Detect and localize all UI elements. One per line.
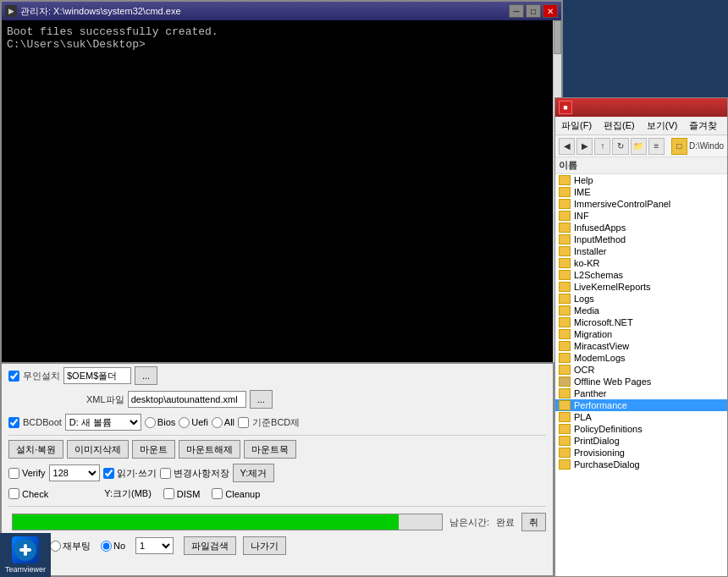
list-item[interactable]: INF (555, 210, 727, 222)
changesave-checkbox[interactable] (160, 468, 171, 479)
list-item[interactable]: ModemLogs (555, 352, 727, 364)
mount-btn[interactable]: 마운트 (132, 440, 175, 459)
list-item[interactable]: Media (555, 305, 727, 316)
list-item[interactable]: MiracastView (555, 340, 727, 352)
list-item[interactable]: ImmersiveControlPanel (555, 198, 727, 210)
dism-label: DISM (177, 489, 201, 499)
menu-edit[interactable]: 편집(E) (601, 118, 637, 133)
close-button[interactable]: ✕ (543, 4, 558, 18)
list-item[interactable]: PrintDialog (555, 435, 727, 447)
folder-icon (559, 270, 571, 280)
list-item[interactable]: Microsoft.NET (555, 316, 727, 328)
unmount-btn[interactable]: 마운트해제 (179, 440, 240, 459)
folder-icon (559, 317, 571, 327)
list-item-label: L2Schemas (574, 270, 623, 280)
check-checkbox[interactable] (8, 488, 19, 499)
bcd-drive-select[interactable]: D: 새 볼륨 (65, 414, 141, 431)
folder-icon (559, 376, 571, 387)
readonly-checkbox[interactable] (103, 468, 114, 479)
explorer-column-header: 이름 (555, 157, 727, 174)
teamviewer-logo[interactable] (12, 536, 39, 563)
list-item[interactable]: Performance (555, 399, 727, 411)
list-item[interactable]: Provisioning (555, 447, 727, 459)
up-button[interactable]: ↑ (594, 138, 610, 155)
list-item[interactable]: LiveKernelReports (555, 281, 727, 293)
list-item[interactable]: PolicyDefinitions (555, 423, 727, 435)
teamviewer-label: Teamviewer (5, 565, 46, 574)
mount-options-btn[interactable]: 마운트목 (244, 440, 296, 459)
delete-image-btn[interactable]: 이미지삭제 (67, 440, 129, 459)
back-button[interactable]: ◀ (559, 138, 575, 155)
xml-input[interactable] (128, 391, 246, 408)
menu-view[interactable]: 보기(V) (644, 118, 681, 133)
unattend-input[interactable] (63, 367, 131, 384)
cmd-prompt: C:\Users\suk\Desktop> (7, 38, 556, 51)
folder-icon (559, 400, 571, 410)
cmd-scrollbar-thumb[interactable] (554, 20, 561, 54)
cleanup-checkbox[interactable] (212, 488, 223, 499)
menu-extras[interactable]: 즐겨찾 (687, 118, 720, 133)
basebcd-checkbox[interactable] (238, 417, 249, 428)
progress-bar-container (12, 514, 443, 530)
file-search-btn[interactable]: 파일검색 (184, 536, 236, 555)
views-button[interactable]: ≡ (648, 138, 665, 155)
list-item[interactable]: OCR (555, 364, 727, 376)
exit-btn[interactable]: 나가기 (243, 536, 286, 555)
page-select[interactable]: 1 (135, 537, 174, 554)
list-item[interactable]: IME (555, 186, 727, 198)
bios-radio-input[interactable] (145, 417, 156, 428)
folder-icon (559, 329, 571, 339)
explorer-file-list: HelpIMEImmersiveControlPanelINFInfusedAp… (555, 174, 727, 574)
list-item[interactable]: PurchaseDialog (555, 459, 727, 470)
explorer-toolbar: ◀ ▶ ↑ ↻ 📁 ≡ □ D:\Windo (555, 135, 727, 157)
folder-button[interactable]: 📁 (631, 138, 647, 155)
uefi-radio-input[interactable] (179, 417, 190, 428)
list-item-label: Help (574, 175, 593, 185)
verify-checkbox-group: Verify (8, 468, 46, 479)
folder-icon (559, 223, 571, 233)
list-item[interactable]: Help (555, 174, 727, 186)
dism-progress-row: 남은시간: 완료 취 (2, 510, 553, 534)
list-item[interactable]: Installer (555, 245, 727, 257)
folder-icon (559, 388, 571, 398)
install-btn[interactable]: 설치·복원 (8, 440, 63, 459)
refresh-button[interactable]: ↻ (612, 138, 628, 155)
readonly-label: 읽기·쓰기 (117, 467, 157, 480)
cleanup-label: Cleanup (225, 489, 260, 499)
list-item-label: Media (574, 305, 599, 316)
all-radio-input[interactable] (212, 417, 223, 428)
uefi-radio: Uefi (179, 417, 208, 428)
maximize-button[interactable]: □ (526, 4, 541, 18)
folder-icon (559, 459, 571, 470)
unattend-checkbox[interactable] (8, 371, 19, 382)
no-radio-input[interactable] (101, 541, 112, 552)
list-item[interactable]: ko-KR (555, 257, 727, 269)
forward-button[interactable]: ▶ (576, 138, 593, 155)
list-item[interactable]: InfusedApps (555, 222, 727, 234)
list-item[interactable]: L2Schemas (555, 269, 727, 281)
list-item[interactable]: InputMethod (555, 234, 727, 245)
dism-checkbox[interactable] (163, 488, 174, 499)
bios-radio: Bios (145, 417, 175, 428)
reboot-radio-input[interactable] (50, 541, 61, 552)
stop-btn[interactable]: 취 (521, 513, 546, 531)
list-item[interactable]: Offline Web Pages (555, 376, 727, 387)
list-item[interactable]: Migration (555, 328, 727, 340)
y-remove-btn[interactable]: Y:제거 (233, 464, 275, 482)
folder-icon (559, 258, 571, 268)
list-item-label: OCR (574, 365, 594, 375)
dism-check-row: Check Y:크기(MB) DISM Cleanup (2, 485, 553, 503)
size-select[interactable]: 128 (49, 464, 100, 481)
list-item[interactable]: PLA (555, 411, 727, 423)
unattend-browse-btn[interactable]: ... (135, 366, 157, 385)
list-item[interactable]: Panther (555, 387, 727, 399)
verify-checkbox[interactable] (8, 468, 19, 479)
bcd-checkbox[interactable] (8, 417, 19, 428)
menu-file[interactable]: 파일(F) (559, 118, 594, 133)
reboot-radio-label: 재부팅 (63, 540, 91, 552)
folder-icon (559, 365, 571, 375)
xml-browse-btn[interactable]: ... (250, 390, 273, 409)
list-item[interactable]: Logs (555, 293, 727, 305)
minimize-button[interactable]: ─ (509, 4, 524, 18)
list-item-label: InfusedApps (574, 223, 626, 233)
